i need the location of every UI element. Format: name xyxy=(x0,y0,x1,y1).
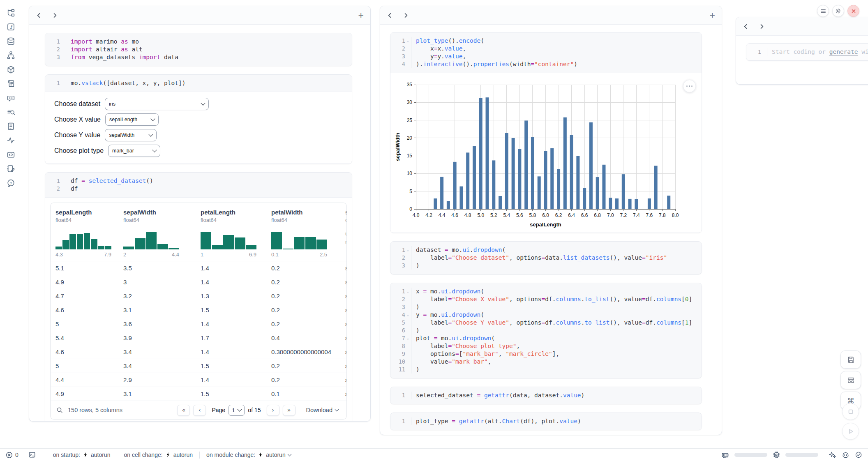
table-row: 4.42.91.40.2setosa xyxy=(51,373,346,387)
scroll-icon[interactable] xyxy=(0,77,21,91)
code-editor-empty[interactable]: 1Start coding or generate with AI xyxy=(746,44,868,60)
svg-text:5.2: 5.2 xyxy=(490,212,497,218)
errors-indicator[interactable]: 0 xyxy=(6,452,18,459)
prev-page-button[interactable]: ‹ xyxy=(193,405,206,416)
line-number: 3 xyxy=(395,262,405,270)
page-number-select[interactable]: 1 xyxy=(229,405,245,416)
code-line: 1⌄plot_type().encode( xyxy=(395,37,696,45)
help-icon[interactable]: ? xyxy=(0,176,21,190)
code-editor[interactable]: 1⌄dataset = mo.ui.dropdown(2 label="Choo… xyxy=(390,242,702,274)
shutdown-close-button[interactable] xyxy=(847,5,859,17)
tracing-icon[interactable] xyxy=(0,134,21,148)
column-header-species[interactable]: speciesobjectunique:nulls: xyxy=(345,209,346,258)
chevron-left-icon[interactable] xyxy=(743,23,749,30)
chat-bot-icon[interactable] xyxy=(0,91,21,105)
code-line: 1⌄dataset = mo.ui.dropdown( xyxy=(395,246,696,254)
stop-button[interactable] xyxy=(842,403,859,420)
last-page-button[interactable]: » xyxy=(283,405,295,416)
variables-icon[interactable]: f xyxy=(0,20,21,35)
dependency-graph-icon[interactable] xyxy=(0,48,21,63)
column-header-sepalLength[interactable]: sepalLengthfloat644.37.9 xyxy=(55,209,123,258)
fold-marker[interactable]: ⌄ xyxy=(405,288,411,295)
svg-text:4.2: 4.2 xyxy=(425,212,432,218)
packages-icon[interactable] xyxy=(0,62,21,77)
dropdown-select-choose-plot-type[interactable]: mark_bar xyxy=(108,145,160,157)
datasources-icon[interactable] xyxy=(0,34,21,48)
download-button[interactable]: Download xyxy=(304,406,341,414)
fold-marker[interactable]: ⌄ xyxy=(405,37,411,45)
column-histogram xyxy=(123,228,179,249)
code-editor[interactable]: 1⌄plot_type().encode(2 x=x.value,3 y=y.v… xyxy=(390,32,702,73)
fold-spacer xyxy=(761,48,766,56)
ai-sparkles-icon[interactable] xyxy=(829,451,836,459)
line-number: 2 xyxy=(395,45,405,53)
line-number: 2 xyxy=(49,46,60,53)
fold-spacer xyxy=(405,45,411,53)
snippets-icon[interactable] xyxy=(0,148,21,162)
add-cell-button[interactable]: + xyxy=(358,11,364,20)
chart-menu-button[interactable] xyxy=(683,80,696,92)
dropdown-select-choose-x-value[interactable]: sepalLength xyxy=(105,113,159,126)
svg-text:5.6: 5.6 xyxy=(516,212,523,218)
svg-text:10: 10 xyxy=(407,171,413,176)
run-button[interactable] xyxy=(842,423,859,440)
search-icon[interactable] xyxy=(56,407,63,413)
settings-gear-button[interactable] xyxy=(832,5,844,17)
dropdown-value: iris xyxy=(109,101,115,107)
connection-status-icon[interactable] xyxy=(855,451,862,459)
chevron-left-icon[interactable] xyxy=(387,12,393,18)
copilot-icon[interactable] xyxy=(842,451,850,459)
dropdown-select-choose-dataset[interactable]: iris xyxy=(105,98,209,110)
code-editor[interactable]: 1⌄x = mo.ui.dropdown(2 label="Choose X v… xyxy=(390,283,702,378)
terminal-button[interactable] xyxy=(28,451,36,459)
scratchpad-icon[interactable] xyxy=(0,162,21,176)
column-header-petalWidth[interactable]: petalWidthfloat640.12.5 xyxy=(271,209,345,258)
dropdown-label: Choose Y value xyxy=(54,131,100,139)
line-number: 4 xyxy=(395,311,405,319)
chevron-right-icon[interactable] xyxy=(52,12,58,18)
layout-button[interactable] xyxy=(840,371,861,389)
code-editor[interactable]: 1df = selected_dataset()2df xyxy=(45,173,352,197)
on-startup-setting[interactable]: on startup: autorun xyxy=(51,452,113,458)
chevron-right-icon[interactable] xyxy=(759,23,765,30)
line-number: 1 xyxy=(49,79,60,87)
code-editor[interactable]: 1import marimo as mo2import altair as al… xyxy=(45,33,352,66)
cell-output: sepalLengthfloat644.37.9sepalWidthfloat6… xyxy=(45,197,352,420)
fold-marker[interactable]: ⌄ xyxy=(405,334,411,342)
first-page-button[interactable]: « xyxy=(177,405,190,416)
fold-marker[interactable]: ⌄ xyxy=(405,311,411,319)
svg-text:7.8: 7.8 xyxy=(659,212,666,218)
line-number: 1 xyxy=(395,417,405,425)
chevron-left-icon[interactable] xyxy=(36,12,42,18)
column-header-petalLength[interactable]: petalLengthfloat6416.9 xyxy=(201,209,271,258)
column-left: + 1import marimo as mo2import altair as … xyxy=(29,6,371,422)
code-editor[interactable]: 1mo.vstack([dataset, x, y, plot]) xyxy=(45,75,352,92)
code-editor[interactable]: 1selected_dataset = getattr(data, datase… xyxy=(390,387,702,404)
file-tree-icon[interactable] xyxy=(0,6,21,20)
logs-icon[interactable] xyxy=(0,105,21,120)
notebook-menu-button[interactable] xyxy=(817,5,829,17)
column-middle: + 1⌄plot_type().encode(2 x=x.value,3 y=y… xyxy=(380,6,722,435)
documentation-icon[interactable] xyxy=(0,119,21,134)
page-total-label: of 15 xyxy=(248,407,261,413)
fold-spacer xyxy=(60,53,65,61)
code-line: 3 y=y.value, xyxy=(395,53,696,60)
save-button[interactable] xyxy=(840,350,861,369)
svg-text:5.0: 5.0 xyxy=(477,212,484,218)
code-editor[interactable]: 1plot_type = getattr(alt.Chart(df), plot… xyxy=(390,413,702,430)
dropdown-value: mark_bar xyxy=(112,148,134,154)
altair-chart[interactable]: 4.04.24.44.64.85.05.25.45.65.86.06.26.46… xyxy=(390,73,702,232)
column-left-toolbar: + xyxy=(29,6,370,25)
column-header-sepalWidth[interactable]: sepalWidthfloat6424.4 xyxy=(123,209,201,258)
code-line: 7⌄plot = mo.ui.dropdown( xyxy=(395,334,696,342)
next-page-button[interactable]: › xyxy=(267,405,279,416)
fold-spacer xyxy=(405,262,411,270)
dropdown-select-choose-y-value[interactable]: sepalWidth xyxy=(105,129,157,141)
line-number: 8 xyxy=(395,342,405,350)
chevron-right-icon[interactable] xyxy=(403,12,409,18)
sidebar: f ? xyxy=(0,0,21,190)
fold-marker[interactable]: ⌄ xyxy=(405,246,411,254)
on-module-change-setting[interactable]: on module change: autorun xyxy=(204,452,293,458)
add-cell-button[interactable]: + xyxy=(710,11,715,20)
on-cell-change-setting[interactable]: on cell change: autorun xyxy=(121,452,195,458)
